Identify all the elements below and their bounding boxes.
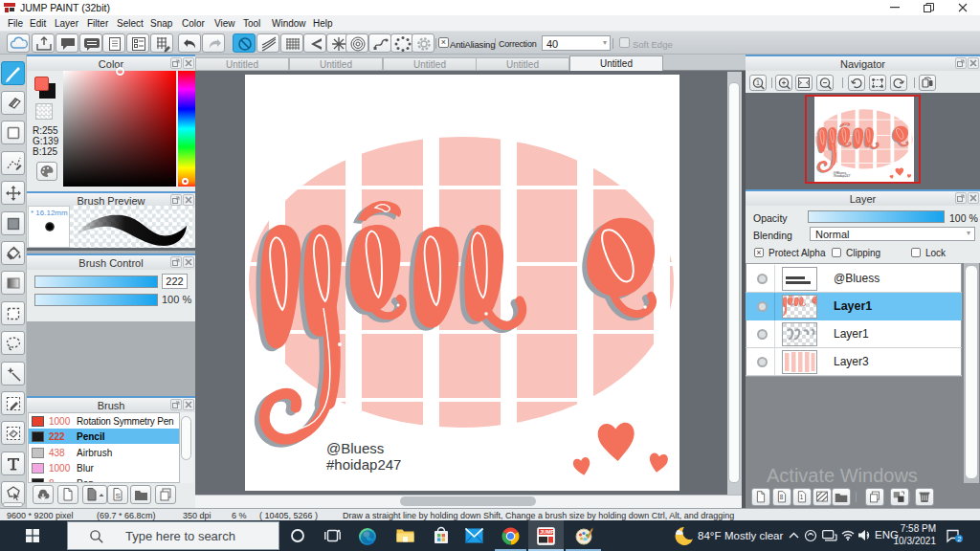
svg-text:2: 2 <box>957 535 961 543</box>
svg-text:#hoidap247: #hoidap247 <box>326 456 401 473</box>
svg-text:@Bluess: @Bluess <box>326 440 384 456</box>
svg-text:1: 1 <box>756 79 760 86</box>
svg-text:1: 1 <box>800 494 804 500</box>
svg-text:S: S <box>116 492 121 500</box>
svg-text:JUMP: JUMP <box>540 529 555 535</box>
svg-text:8: 8 <box>780 494 784 500</box>
